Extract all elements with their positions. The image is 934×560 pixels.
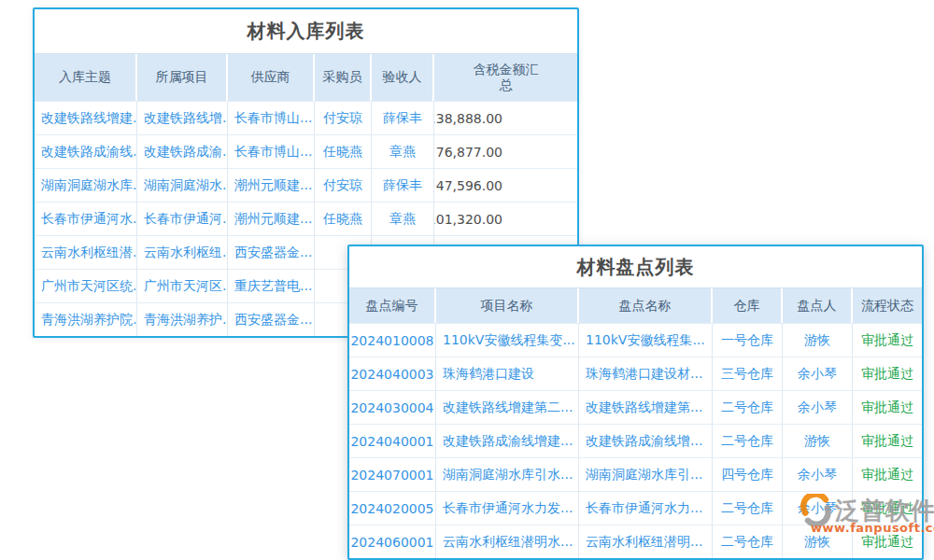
cell-purchaser[interactable]: 任晓燕 (315, 203, 372, 235)
cell-project-name[interactable]: 湖南洞庭湖水库引水... (436, 458, 579, 491)
cell-flow-status[interactable]: 审批通过 (853, 458, 922, 491)
cell-purchaser[interactable]: 任晓燕 (315, 135, 372, 168)
cell-supplier[interactable]: 长春市博山... (228, 102, 315, 134)
cell-supplier[interactable]: 西安盛器金... (228, 303, 315, 336)
cell-supplier[interactable]: 重庆艺普电... (228, 270, 315, 302)
cell-stocktaker[interactable]: 余小琴 (783, 357, 853, 390)
cell-stocktake-no[interactable]: 2024030004 (349, 391, 436, 424)
cell-warehouse[interactable]: 一号仓库 (713, 324, 783, 357)
column-header-project-name: 项目名称 (436, 288, 579, 323)
column-header-flow-status: 流程状态 (853, 288, 922, 323)
material-stocktake-list-title: 材料盘点列表 (349, 246, 922, 287)
cell-subject[interactable]: 改建铁路成渝线... (35, 135, 137, 168)
cell-warehouse[interactable]: 三号仓库 (713, 357, 783, 390)
table-row[interactable]: 2024020005长春市伊通河水力发...长春市伊通河水力...二号仓库余小琴… (349, 491, 922, 525)
cell-stocktake-name[interactable]: 珠海鹤港口建设材... (579, 357, 713, 390)
table-row[interactable]: 2024070001湖南洞庭湖水库引水...湖南洞庭湖水库引...四号仓库余小琴… (349, 457, 922, 491)
cell-inspector[interactable]: 章燕 (372, 203, 434, 235)
material-inbound-list-title: 材料入库列表 (35, 9, 577, 53)
cell-supplier[interactable]: 潮州元顺建... (228, 203, 315, 235)
cell-warehouse[interactable]: 二号仓库 (713, 525, 783, 558)
cell-project-name[interactable]: 云南水利枢纽潜明水... (436, 525, 579, 558)
cell-stocktake-name[interactable]: 改建铁路成渝线增... (579, 425, 713, 457)
table-row[interactable]: 2024040003珠海鹤港口建设珠海鹤港口建设材...三号仓库余小琴审批通过 (349, 357, 922, 390)
cell-stocktake-no[interactable]: 2024060001 (349, 525, 436, 558)
cell-flow-status[interactable]: 审批通过 (853, 324, 922, 357)
cell-stocktake-name[interactable]: 长春市伊通河水力... (579, 492, 713, 525)
cell-supplier[interactable]: 西安盛器金... (228, 236, 315, 269)
cell-flow-status[interactable]: 审批通过 (853, 425, 922, 457)
cell-stocktaker[interactable]: 游恢 (783, 324, 853, 357)
cell-project[interactable]: 广州市天河区... (137, 270, 228, 302)
cell-stocktaker[interactable]: 游恢 (783, 525, 853, 558)
column-header-amount-total: 含税金额汇总 (434, 54, 577, 101)
cell-stocktaker[interactable]: 余小琴 (783, 458, 853, 491)
cell-subject[interactable]: 青海洪湖养护院... (35, 303, 137, 336)
cell-inspector[interactable]: 薛保丰 (372, 102, 434, 134)
column-header-stocktake-no: 盘点编号 (349, 288, 436, 323)
cell-warehouse[interactable]: 二号仓库 (713, 425, 783, 457)
column-header-inspector: 验收人 (372, 54, 434, 101)
cell-project[interactable]: 云南水利枢纽... (137, 236, 228, 269)
column-header-stocktaker: 盘点人 (783, 288, 853, 323)
cell-flow-status[interactable]: 审批通过 (853, 391, 922, 424)
table-row[interactable]: 2024060001云南水利枢纽潜明水...云南水利枢纽潜明...二号仓库游恢审… (349, 525, 922, 558)
cell-stocktake-no[interactable]: 2024010008 (349, 324, 436, 357)
cell-project-name[interactable]: 110kV安徽线程集变... (436, 324, 579, 357)
cell-stocktake-no[interactable]: 2024040003 (349, 357, 436, 390)
cell-flow-status[interactable]: 审批通过 (853, 525, 922, 558)
cell-stocktake-name[interactable]: 云南水利枢纽潜明... (579, 525, 713, 558)
cell-stocktake-name[interactable]: 110kV安徽线程集... (579, 324, 713, 357)
cell-subject[interactable]: 湖南洞庭湖水库... (35, 169, 137, 202)
cell-stocktaker[interactable]: 余小琴 (783, 492, 853, 525)
table-row[interactable]: 改建铁路线增建...改建铁路线增...长春市博山...付安琼薛保丰138,888… (35, 101, 577, 134)
cell-flow-status[interactable]: 审批通过 (853, 492, 922, 525)
cell-project-name[interactable]: 改建铁路线增建第二... (436, 391, 579, 424)
cell-supplier[interactable]: 长春市博山... (228, 135, 315, 168)
cell-flow-status[interactable]: 审批通过 (853, 357, 922, 390)
cell-amount-total: 76,877.00 (434, 135, 577, 168)
cell-warehouse[interactable]: 四号仓库 (713, 458, 783, 491)
cell-stocktake-no[interactable]: 2024070001 (349, 458, 436, 491)
cell-inspector[interactable]: 薛保丰 (372, 169, 434, 202)
cell-project-name[interactable]: 改建铁路成渝线增建... (436, 425, 579, 457)
cell-stocktaker[interactable]: 余小琴 (783, 391, 853, 424)
cell-warehouse[interactable]: 二号仓库 (713, 492, 783, 525)
cell-supplier[interactable]: 潮州元顺建... (228, 169, 315, 202)
table-row[interactable]: 2024030004改建铁路线增建第二...改建铁路线增建第...二号仓库余小琴… (349, 390, 922, 424)
table-row[interactable]: 2024010008110kV安徽线程集变...110kV安徽线程集...一号仓… (349, 323, 922, 357)
cell-purchaser[interactable]: 付安琼 (315, 102, 372, 134)
column-header-stocktake-name: 盘点名称 (579, 288, 713, 323)
cell-subject[interactable]: 改建铁路线增建... (35, 102, 137, 134)
cell-project[interactable]: 长春市伊通河... (137, 203, 228, 235)
cell-inspector[interactable]: 章燕 (372, 135, 434, 168)
cell-project[interactable]: 湖南洞庭湖水... (137, 169, 228, 202)
material-stocktake-body: 2024010008110kV安徽线程集变...110kV安徽线程集...一号仓… (349, 323, 922, 558)
cell-stocktake-name[interactable]: 改建铁路线增建第... (579, 391, 713, 424)
table-row[interactable]: 2024040001改建铁路成渝线增建...改建铁路成渝线增...二号仓库游恢审… (349, 424, 922, 457)
cell-subject[interactable]: 云南水利枢纽潜... (35, 236, 137, 269)
material-stocktake-header-row: 盘点编号项目名称盘点名称仓库盘点人流程状态 (349, 287, 922, 323)
cell-amount-total: 47,596.00 (434, 169, 577, 202)
cell-project[interactable]: 改建铁路线增... (137, 102, 228, 134)
cell-subject[interactable]: 长春市伊通河水... (35, 203, 137, 235)
cell-warehouse[interactable]: 二号仓库 (713, 391, 783, 424)
material-stocktake-list-panel: 材料盘点列表 盘点编号项目名称盘点名称仓库盘点人流程状态 20240100081… (347, 245, 924, 560)
table-row[interactable]: 长春市伊通河水...长春市伊通河...潮州元顺建...任晓燕章燕101,320.… (35, 202, 577, 235)
table-row[interactable]: 湖南洞庭湖水库...湖南洞庭湖水...潮州元顺建...付安琼薛保丰47,596.… (35, 168, 577, 202)
material-inbound-header-row: 入库主题所属项目供应商采购员验收人含税金额汇总 (35, 53, 577, 101)
cell-project-name[interactable]: 长春市伊通河水力发... (436, 492, 579, 525)
cell-subject[interactable]: 广州市天河区统... (35, 270, 137, 302)
cell-stocktake-no[interactable]: 2024040001 (349, 425, 436, 457)
cell-amount-total: 138,888.00 (434, 102, 577, 134)
cell-project[interactable]: 青海洪湖养护... (137, 303, 228, 336)
cell-project[interactable]: 改建铁路成渝... (137, 135, 228, 168)
cell-project-name[interactable]: 珠海鹤港口建设 (436, 357, 579, 390)
cell-stocktaker[interactable]: 游恢 (783, 425, 853, 457)
cell-purchaser[interactable]: 付安琼 (315, 169, 372, 202)
column-header-subject: 入库主题 (35, 54, 137, 101)
cell-stocktake-name[interactable]: 湖南洞庭湖水库引... (579, 458, 713, 491)
table-row[interactable]: 改建铁路成渝线...改建铁路成渝...长春市博山...任晓燕章燕76,877.0… (35, 134, 577, 168)
cell-amount-total: 101,320.00 (434, 203, 577, 235)
cell-stocktake-no[interactable]: 2024020005 (349, 492, 436, 525)
